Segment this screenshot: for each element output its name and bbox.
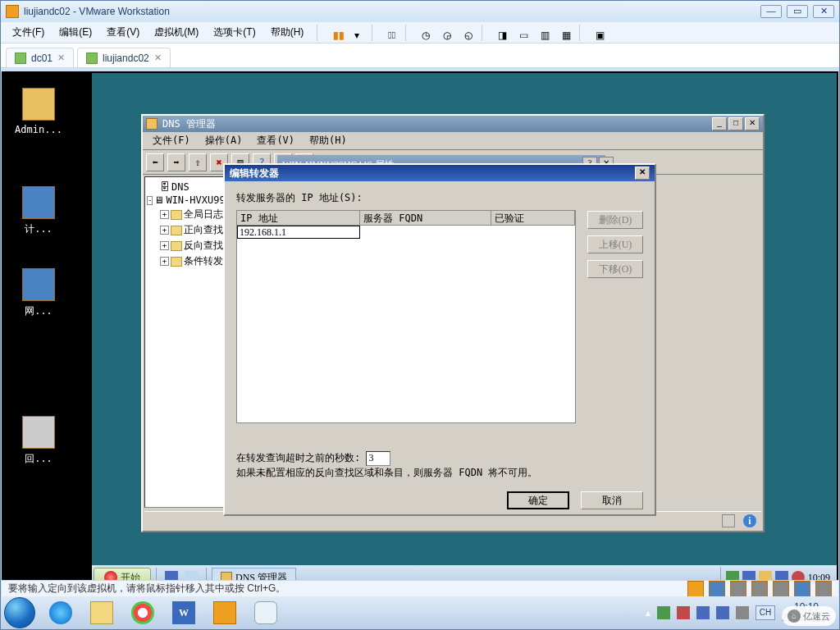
tray-icon[interactable] [696, 606, 710, 619]
dropdown-icon[interactable]: ▾ [347, 25, 363, 41]
tray-network-icon[interactable] [716, 606, 729, 619]
pinned-chrome[interactable] [123, 600, 162, 626]
move-up-button[interactable]: 上移(U) [587, 235, 643, 253]
tray-icon[interactable] [657, 606, 670, 619]
menu-view[interactable]: 查看(V) [250, 132, 301, 149]
library-icon[interactable]: ▣ [588, 25, 605, 41]
close-button[interactable]: ✕ [813, 5, 834, 18]
device-icon[interactable] [773, 581, 789, 597]
maximize-button[interactable]: □ [728, 117, 743, 130]
pinned-vmware[interactable] [205, 600, 244, 626]
chrome-icon [131, 601, 154, 624]
snapshot-icon[interactable]: ◷ [414, 25, 431, 41]
move-down-button[interactable]: 下移(O) [587, 260, 643, 278]
desktop-icon-recycle[interactable]: 回... [10, 416, 67, 466]
cancel-button[interactable]: 取消 [581, 491, 643, 509]
tab-label: dc01 [31, 52, 52, 64]
unity-icon[interactable]: ▭ [512, 25, 528, 41]
ip-input[interactable] [237, 226, 360, 239]
guest-desktop[interactable]: DNS 管理器 _ □ ✕ 文件(F) 操作(A) 查看(V) 帮助(H) ⬅ [92, 73, 837, 590]
view2-icon[interactable]: ▦ [555, 25, 571, 41]
edit-forwarders-dialog: 编辑转发器 ✕ 转发服务器的 IP 地址(S): IP 地址 服务器 FQDN … [223, 163, 656, 516]
separator [482, 25, 482, 41]
watermark: ⌂亿速云 [782, 606, 836, 626]
host-taskbar: W ▴ CH 10:102018/11/20 [1, 596, 839, 629]
desktop-icon-network[interactable]: 网... [10, 268, 67, 318]
up-icon[interactable]: ⇧ [189, 153, 207, 171]
desktop-icon-computer[interactable]: 计... [10, 186, 67, 236]
menu-edit[interactable]: 编辑(E) [52, 23, 98, 42]
col-fqdn[interactable]: 服务器 FQDN [360, 211, 491, 225]
send-cad-icon[interactable]: �⃣ [381, 25, 397, 41]
pause-icon[interactable]: ▮▮ [326, 25, 342, 41]
separator [372, 25, 372, 41]
menu-file[interactable]: 文件(F) [6, 23, 51, 42]
close-button[interactable]: ✕ [635, 167, 650, 180]
dns-title: DNS 管理器 [162, 117, 216, 131]
vm-icon [86, 52, 98, 64]
device-icon[interactable] [730, 581, 746, 597]
host-window: liujiandc02 - VMware Workstation — ▭ ✕ 文… [0, 0, 840, 630]
vmware-menubar: 文件(F) 编辑(E) 查看(V) 虚拟机(M) 选项卡(T) 帮助(H) ▮▮… [1, 22, 839, 43]
paint-icon [254, 601, 277, 624]
tab-liujiandc02[interactable]: liujiandc02 ✕ [77, 48, 171, 67]
dns-menubar: 文件(F) 操作(A) 查看(V) 帮助(H) [143, 132, 763, 150]
folder-icon [90, 601, 113, 624]
back-icon[interactable]: ⬅ [146, 153, 164, 171]
delete-button[interactable]: 删除(D) [587, 211, 643, 229]
device-icon[interactable] [815, 581, 832, 597]
view1-icon[interactable]: ▥ [533, 25, 550, 41]
pinned-ie[interactable] [41, 600, 80, 626]
forwarder-ip-label: 转发服务器的 IP 地址(S): [236, 191, 643, 205]
menu-help[interactable]: 帮助(H) [303, 132, 354, 149]
device-icon[interactable] [794, 581, 810, 597]
device-icon[interactable] [687, 581, 704, 597]
menu-vm[interactable]: 虚拟机(M) [148, 23, 205, 42]
close-icon[interactable]: ✕ [57, 52, 65, 63]
manage-snap-icon[interactable]: ◵ [457, 25, 473, 41]
status-icon [722, 514, 735, 527]
separator [405, 25, 406, 41]
col-ip[interactable]: IP 地址 [237, 211, 360, 225]
desktop-icon-admin[interactable]: Admin... [10, 88, 67, 135]
menu-file[interactable]: 文件(F) [146, 132, 197, 149]
minimize-button[interactable]: — [760, 5, 782, 18]
grid-row [237, 226, 575, 240]
vm-icon [15, 52, 26, 64]
tab-dc01[interactable]: dc01 ✕ [6, 48, 74, 67]
pinned-word[interactable]: W [164, 600, 203, 626]
dialog-title: 编辑转发器 [230, 167, 279, 180]
ok-button[interactable]: 确定 [507, 491, 569, 509]
menu-view[interactable]: 查看(V) [100, 23, 146, 42]
close-button[interactable]: ✕ [745, 117, 760, 130]
dns-titlebar[interactable]: DNS 管理器 _ □ ✕ [143, 116, 763, 132]
pinned-explorer[interactable] [82, 600, 121, 626]
tray-icon[interactable] [677, 606, 690, 619]
forward-icon[interactable]: ➡ [167, 153, 185, 171]
info-icon[interactable]: i [743, 514, 756, 527]
pinned-paint[interactable] [246, 600, 285, 626]
language-indicator[interactable]: CH [756, 605, 775, 620]
ie-icon [49, 601, 72, 624]
dialog-titlebar[interactable]: 编辑转发器 ✕ [225, 165, 655, 181]
device-icon[interactable] [751, 581, 768, 597]
maximize-button[interactable]: ▭ [787, 5, 808, 18]
revert-icon[interactable]: ◶ [436, 25, 452, 41]
guest-viewport[interactable]: DNS 管理器 _ □ ✕ 文件(F) 操作(A) 查看(V) 帮助(H) ⬅ [2, 71, 838, 591]
start-orb[interactable] [4, 597, 35, 628]
menu-action[interactable]: 操作(A) [199, 132, 249, 149]
separator [317, 25, 317, 41]
device-icon[interactable] [709, 581, 725, 597]
window-controls: — ▭ ✕ [760, 5, 834, 18]
tray-volume-icon[interactable] [736, 606, 749, 619]
close-icon[interactable]: ✕ [154, 52, 162, 63]
tab-label: liujiandc02 [103, 52, 149, 64]
col-validated[interactable]: 已验证 [491, 211, 575, 225]
note-text: 如果未配置相应的反向查找区域和条目，则服务器 FQDN 将不可用。 [236, 467, 537, 478]
menu-help[interactable]: 帮助(H) [264, 23, 311, 42]
vm-tabs: dc01 ✕ liujiandc02 ✕ [1, 43, 839, 68]
minimize-button[interactable]: _ [712, 117, 727, 130]
timeout-input[interactable]: 3 [366, 451, 390, 466]
fullscreen-icon[interactable]: ◨ [491, 25, 507, 41]
menu-tabs[interactable]: 选项卡(T) [207, 23, 262, 42]
